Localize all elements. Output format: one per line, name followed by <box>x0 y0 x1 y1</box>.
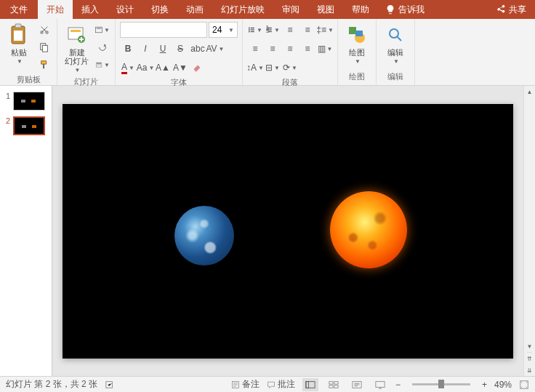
paste-button[interactable]: 粘贴 ▼ <box>4 22 33 66</box>
chevron-down-icon: ▼ <box>75 67 81 73</box>
vertical-scrollbar[interactable]: ▲ ▼ ⇈ ⇊ <box>523 86 535 376</box>
thumbnail-pane[interactable]: 1 2 <box>0 86 52 376</box>
tell-me[interactable]: 告诉我 <box>378 0 432 19</box>
tab-insert[interactable]: 插入 <box>73 0 108 19</box>
cut-button[interactable] <box>36 22 52 38</box>
thumbnail-1[interactable]: 1 <box>3 92 49 111</box>
underline-button[interactable]: U <box>155 41 171 57</box>
strike-button[interactable]: S <box>172 41 188 57</box>
zoom-slider[interactable] <box>412 383 470 385</box>
bold-button[interactable]: B <box>120 41 136 57</box>
earth-image[interactable] <box>174 206 234 265</box>
prev-slide-arrow[interactable]: ⇈ <box>527 353 532 364</box>
tab-review[interactable]: 审阅 <box>273 0 308 19</box>
font-color-button[interactable]: A▼ <box>120 60 136 76</box>
align-text-button[interactable]: ⊟▼ <box>265 60 281 76</box>
bullets-button[interactable]: ▼ <box>247 22 263 38</box>
clear-format-button[interactable] <box>190 60 206 76</box>
tab-slideshow[interactable]: 幻灯片放映 <box>212 0 273 19</box>
svg-rect-36 <box>329 385 333 388</box>
zoom-level[interactable]: 49% <box>494 380 512 390</box>
copy-button[interactable] <box>36 39 52 55</box>
slide-canvas[interactable] <box>63 104 513 359</box>
columns-button[interactable]: ▥▼ <box>317 41 333 57</box>
reset-button[interactable] <box>94 39 110 55</box>
svg-point-16 <box>249 29 250 31</box>
sorter-view-button[interactable] <box>326 378 342 391</box>
line-spacing-button[interactable]: ‡≡▼ <box>317 22 333 38</box>
editing-button[interactable]: 编辑 ▼ <box>381 22 410 66</box>
font-family-select[interactable] <box>120 22 207 38</box>
zoom-slider-thumb[interactable] <box>438 380 444 388</box>
fit-window-button[interactable] <box>519 380 529 390</box>
indent-inc-button[interactable]: ≡ <box>299 22 315 38</box>
work-area: 1 2 ▲ ▼ ⇈ ⇊ <box>0 86 535 376</box>
shrink-font-button[interactable]: A▼ <box>172 60 188 76</box>
slideshow-view-icon <box>375 380 385 389</box>
font-size-select[interactable]: 24▼ <box>209 22 238 38</box>
svg-rect-11 <box>97 28 101 28</box>
shadow-button[interactable]: abc <box>190 41 206 57</box>
comments-button[interactable]: 批注 <box>267 378 295 391</box>
align-left-button[interactable]: ≡ <box>247 41 263 57</box>
indent-dec-button[interactable]: ≡ <box>282 22 298 38</box>
tab-home[interactable]: 开始 <box>38 0 73 19</box>
smartart-button[interactable]: ⟳▼ <box>282 60 298 76</box>
thumbnail-2[interactable]: 2 <box>3 116 49 135</box>
chevron-down-icon: ▼ <box>393 58 399 65</box>
grow-font-button[interactable]: A▲ <box>155 60 171 76</box>
format-painter-button[interactable] <box>36 57 52 73</box>
group-font: 24▼ B I U S abc AV▼ A▼ Aa▼ A▲ A▼ <box>116 19 243 85</box>
change-case-button[interactable]: Aa▼ <box>137 60 153 76</box>
tab-animations[interactable]: 动画 <box>177 0 212 19</box>
share-button[interactable]: 共享 <box>487 0 535 19</box>
zoom-out-button[interactable]: − <box>395 380 401 390</box>
numbering-icon: 123 <box>265 25 273 35</box>
status-bar: 幻灯片 第 2 张，共 2 张 备注 批注 − + 49% <box>0 376 535 392</box>
section-button[interactable]: ▼ <box>94 57 110 73</box>
drawing-button[interactable]: 绘图 ▼ <box>342 22 371 66</box>
bullets-icon <box>248 25 255 35</box>
new-slide-button[interactable]: 新建 幻灯片 ▼ <box>62 22 92 75</box>
find-icon <box>387 26 404 44</box>
spellcheck-icon[interactable] <box>105 380 115 390</box>
reading-view-icon <box>352 380 362 389</box>
tab-file[interactable]: 文件 <box>0 0 38 19</box>
notes-button[interactable]: 备注 <box>231 378 260 391</box>
ribbon: 粘贴 ▼ 剪贴板 新建 幻灯片 ▼ ▼ ▼ 幻灯片 <box>0 19 535 86</box>
svg-rect-39 <box>376 381 385 387</box>
justify-button[interactable]: ≡ <box>299 41 315 57</box>
normal-view-button[interactable] <box>302 378 318 391</box>
normal-view-icon <box>305 380 315 389</box>
text-direction-button[interactable]: ↕A▼ <box>247 60 263 76</box>
italic-button[interactable]: I <box>137 41 153 57</box>
reading-view-button[interactable] <box>349 378 365 391</box>
layout-button[interactable]: ▼ <box>94 22 110 38</box>
numbering-button[interactable]: 123▼ <box>265 22 281 38</box>
scroll-down-arrow[interactable]: ▼ <box>524 340 535 352</box>
svg-point-18 <box>249 31 250 33</box>
svg-rect-12 <box>96 63 102 64</box>
scroll-up-arrow[interactable]: ▲ <box>524 86 535 97</box>
align-right-button[interactable]: ≡ <box>282 41 298 57</box>
next-slide-arrow[interactable]: ⇊ <box>527 364 532 376</box>
tab-design[interactable]: 设计 <box>108 0 142 19</box>
sun-image[interactable] <box>330 191 407 268</box>
svg-rect-1 <box>15 24 21 28</box>
group-clipboard: 粘贴 ▼ 剪贴板 <box>0 19 57 85</box>
fit-icon <box>519 380 529 390</box>
svg-rect-25 <box>268 31 272 32</box>
tab-help[interactable]: 帮助 <box>343 0 378 19</box>
group-editing: 编辑 ▼ 编辑 <box>377 19 415 85</box>
new-slide-icon <box>67 25 87 45</box>
slide-canvas-wrap[interactable] <box>52 86 523 376</box>
slideshow-view-button[interactable] <box>372 378 388 391</box>
svg-rect-8 <box>71 30 81 32</box>
zoom-in-button[interactable]: + <box>482 380 487 390</box>
svg-rect-17 <box>251 29 254 30</box>
char-spacing-button[interactable]: AV▼ <box>207 41 223 57</box>
tab-view[interactable]: 视图 <box>308 0 343 19</box>
align-center-button[interactable]: ≡ <box>265 41 281 57</box>
svg-rect-32 <box>306 381 315 388</box>
tab-transitions[interactable]: 切换 <box>142 0 177 19</box>
